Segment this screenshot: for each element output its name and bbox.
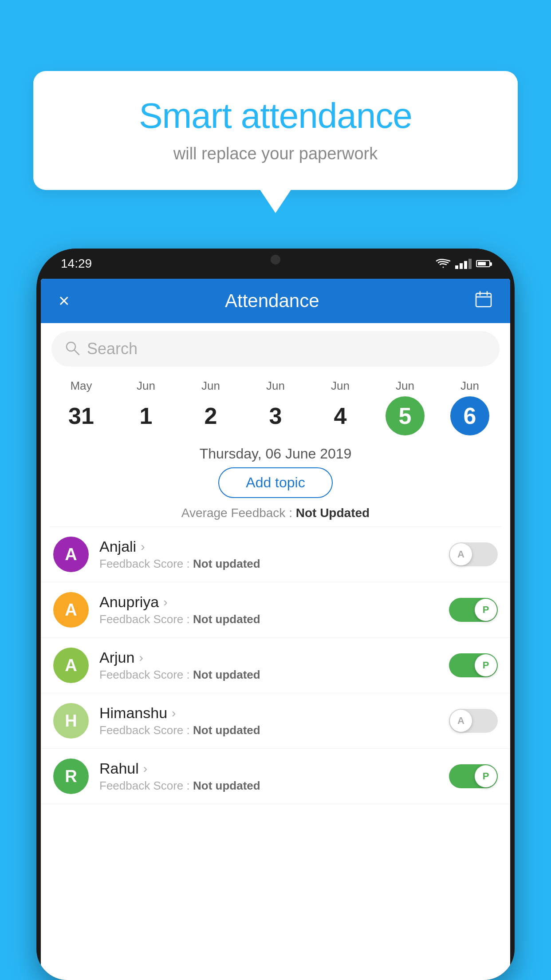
phone-screen: × Attendance Search Ma bbox=[41, 279, 510, 980]
student-info: Arjun›Feedback Score : Not updated bbox=[99, 649, 438, 682]
cal-month-label: Jun bbox=[331, 379, 350, 393]
toggle-letter: A bbox=[457, 549, 464, 560]
svg-rect-0 bbox=[476, 293, 491, 307]
student-avatar: A bbox=[53, 592, 89, 628]
cal-month-label: Jun bbox=[266, 379, 285, 393]
phone-notch bbox=[249, 249, 302, 271]
add-topic-button[interactable]: Add topic bbox=[218, 467, 332, 498]
chevron-right-icon: › bbox=[163, 595, 167, 609]
attendance-toggle[interactable]: P bbox=[449, 764, 498, 788]
cal-date-number: 1 bbox=[126, 396, 165, 435]
battery-icon bbox=[476, 260, 490, 267]
attendance-toggle[interactable]: P bbox=[449, 653, 498, 677]
search-placeholder: Search bbox=[87, 340, 138, 358]
calendar-day[interactable]: May31 bbox=[58, 379, 105, 435]
cal-date-number: 2 bbox=[191, 396, 230, 435]
toggle-wrap[interactable]: P bbox=[449, 598, 498, 622]
student-name: Rahul bbox=[99, 760, 139, 777]
selected-date-display: Thursday, 06 June 2019 bbox=[41, 446, 510, 462]
chevron-right-icon: › bbox=[139, 651, 143, 665]
student-info: Anupriya›Feedback Score : Not updated bbox=[99, 593, 438, 626]
toggle-letter: A bbox=[457, 715, 464, 727]
cal-date-number: 6 bbox=[450, 396, 489, 435]
front-camera bbox=[271, 255, 280, 265]
calendar-day[interactable]: Jun3 bbox=[252, 379, 299, 435]
calendar-day[interactable]: Jun6 bbox=[447, 379, 493, 435]
avg-feedback-label: Average Feedback : bbox=[181, 506, 296, 520]
calendar-day[interactable]: Jun1 bbox=[123, 379, 169, 435]
cal-month-label: Jun bbox=[396, 379, 414, 393]
avg-feedback-display: Average Feedback : Not Updated bbox=[41, 506, 510, 520]
student-feedback: Feedback Score : Not updated bbox=[99, 723, 438, 737]
student-name: Himanshu bbox=[99, 704, 167, 722]
cal-date-number: 3 bbox=[256, 396, 295, 435]
wifi-icon bbox=[436, 258, 451, 269]
attendance-toggle[interactable]: A bbox=[449, 709, 498, 733]
toggle-knob: P bbox=[475, 654, 497, 676]
status-time: 14:29 bbox=[61, 257, 92, 271]
svg-point-4 bbox=[67, 342, 75, 351]
student-list: AAnjali›Feedback Score : Not updatedAAAn… bbox=[41, 527, 510, 804]
toggle-wrap[interactable]: A bbox=[449, 709, 498, 733]
student-info: Anjali›Feedback Score : Not updated bbox=[99, 538, 438, 571]
student-feedback: Feedback Score : Not updated bbox=[99, 779, 438, 793]
calendar-day[interactable]: Jun5 bbox=[382, 379, 429, 435]
phone-frame: 14:29 × Attend bbox=[36, 249, 515, 980]
avg-feedback-value: Not Updated bbox=[296, 506, 370, 520]
student-avatar: A bbox=[53, 648, 89, 683]
cal-date-number: 4 bbox=[321, 396, 360, 435]
toggle-wrap[interactable]: P bbox=[449, 653, 498, 677]
student-avatar: A bbox=[53, 537, 89, 572]
search-icon bbox=[65, 340, 80, 357]
toggle-letter: P bbox=[483, 604, 489, 616]
status-icons bbox=[436, 258, 490, 269]
toggle-knob: A bbox=[450, 543, 472, 565]
svg-line-5 bbox=[75, 350, 79, 355]
toggle-knob: P bbox=[475, 765, 497, 787]
chevron-right-icon: › bbox=[141, 540, 145, 554]
signal-icon bbox=[455, 259, 472, 269]
student-item[interactable]: AAnupriya›Feedback Score : Not updatedP bbox=[41, 582, 510, 638]
student-item[interactable]: HHimanshu›Feedback Score : Not updatedA bbox=[41, 693, 510, 749]
attendance-toggle[interactable]: P bbox=[449, 598, 498, 622]
attendance-toggle[interactable]: A bbox=[449, 542, 498, 566]
toggle-knob: P bbox=[475, 599, 497, 621]
toggle-letter: P bbox=[483, 660, 489, 671]
student-feedback: Feedback Score : Not updated bbox=[99, 668, 438, 682]
calendar-strip: May31Jun1Jun2Jun3Jun4Jun5Jun6 bbox=[41, 375, 510, 438]
calendar-day[interactable]: Jun4 bbox=[317, 379, 364, 435]
cal-month-label: May bbox=[70, 379, 92, 393]
cal-date-number: 31 bbox=[62, 396, 101, 435]
bubble-title: Smart attendance bbox=[60, 95, 491, 136]
toggle-knob: A bbox=[450, 710, 472, 732]
search-bar[interactable]: Search bbox=[51, 331, 500, 367]
chevron-right-icon: › bbox=[172, 706, 176, 720]
student-info: Himanshu›Feedback Score : Not updated bbox=[99, 704, 438, 737]
toggle-letter: P bbox=[483, 771, 489, 782]
student-name: Anupriya bbox=[99, 593, 159, 611]
student-feedback: Feedback Score : Not updated bbox=[99, 557, 438, 571]
app-title: Attendance bbox=[225, 290, 319, 312]
chevron-right-icon: › bbox=[143, 762, 147, 776]
calendar-icon[interactable] bbox=[475, 290, 492, 312]
close-button[interactable]: × bbox=[59, 290, 70, 312]
cal-date-number: 5 bbox=[386, 396, 425, 435]
speech-bubble: Smart attendance will replace your paper… bbox=[33, 71, 518, 190]
toggle-wrap[interactable]: P bbox=[449, 764, 498, 788]
cal-month-label: Jun bbox=[460, 379, 479, 393]
student-avatar: H bbox=[53, 703, 89, 739]
cal-month-label: Jun bbox=[137, 379, 155, 393]
student-name: Arjun bbox=[99, 649, 134, 666]
app-header: × Attendance bbox=[41, 279, 510, 323]
calendar-day[interactable]: Jun2 bbox=[188, 379, 234, 435]
student-item[interactable]: AArjun›Feedback Score : Not updatedP bbox=[41, 638, 510, 693]
student-item[interactable]: RRahul›Feedback Score : Not updatedP bbox=[41, 749, 510, 804]
cal-month-label: Jun bbox=[201, 379, 220, 393]
student-name: Anjali bbox=[99, 538, 136, 555]
student-info: Rahul›Feedback Score : Not updated bbox=[99, 760, 438, 793]
bubble-subtitle: will replace your paperwork bbox=[60, 144, 491, 163]
student-item[interactable]: AAnjali›Feedback Score : Not updatedA bbox=[41, 527, 510, 582]
student-feedback: Feedback Score : Not updated bbox=[99, 612, 438, 626]
student-avatar: R bbox=[53, 759, 89, 794]
toggle-wrap[interactable]: A bbox=[449, 542, 498, 566]
